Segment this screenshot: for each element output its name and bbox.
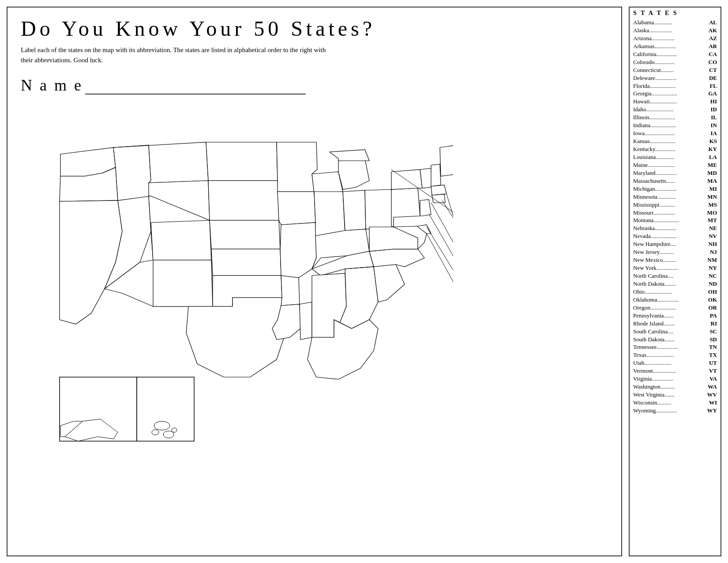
state-name-text: Massachusetts......	[633, 177, 707, 185]
state-abbr-text: NH	[707, 240, 717, 248]
state-list-item: North Dakota........ND	[633, 280, 717, 288]
state-abbr-text: NC	[707, 272, 717, 280]
state-abbr-text: VA	[707, 375, 717, 383]
state-name-text: Utah...................	[633, 359, 707, 367]
state-name-text: Texas...................	[633, 351, 707, 359]
state-list-item: Nebraska...............NE	[633, 224, 717, 232]
state-list-item: Alabama.............AL	[633, 19, 717, 26]
svg-point-10	[152, 430, 159, 435]
state-abbr-text: AZ	[707, 34, 717, 42]
state-list-item: Colorado..............CO	[633, 58, 717, 66]
state-list-item: Idaho...................ID	[633, 106, 717, 113]
state-list-item: Maryland...............MD	[633, 169, 717, 177]
state-list-item: Oklahoma...............OK	[633, 296, 717, 304]
state-nd	[206, 142, 278, 181]
state-abbr-text: ND	[707, 280, 717, 288]
state-list-item: Maine...................ME	[633, 161, 717, 169]
state-list-item: Georgia..................GA	[633, 90, 717, 98]
state-list-item: Michigan...............MI	[633, 185, 717, 193]
state-ia	[278, 192, 315, 225]
state-list-item: Montana..................MT	[633, 216, 717, 224]
state-list-item: Ohio...................OH	[633, 288, 717, 296]
state-name-text: Montana..................	[633, 216, 707, 224]
state-abbr-text: ME	[707, 161, 717, 169]
state-list-item: Illinois..................IL	[633, 113, 717, 121]
state-pa	[391, 188, 420, 227]
state-nj	[420, 200, 431, 216]
state-list-item: Arizona................AZ	[633, 34, 717, 42]
state-name-text: Vermont................	[633, 367, 707, 375]
state-sd	[208, 181, 279, 220]
state-list-item: Deleware...............DE	[633, 74, 717, 82]
name-underline[interactable]	[85, 81, 306, 94]
state-list-item: Texas...................TX	[633, 351, 717, 359]
state-name-text: Connecticut.........	[633, 66, 707, 74]
state-name-text: South Carolina....	[633, 328, 707, 336]
state-list-item: Missouri...............MO	[633, 209, 717, 217]
state-abbr-text: LA	[707, 153, 717, 161]
state-name-text: Maine...................	[633, 161, 707, 169]
state-ar	[281, 276, 300, 306]
state-abbr-text: SD	[707, 336, 717, 344]
state-abbr-text: WA	[707, 383, 717, 391]
state-vt	[420, 168, 432, 188]
state-list-item: Oregon..................OR	[633, 304, 717, 312]
state-abbr-text: OH	[707, 288, 717, 296]
state-ca	[60, 200, 122, 324]
state-list-item: Indiana..................IN	[633, 121, 717, 129]
state-abbr-text: NM	[707, 256, 717, 264]
state-name-text: Georgia..................	[633, 90, 707, 98]
state-list-item: Louisiana.............LA	[633, 153, 717, 161]
state-mi-upper	[330, 150, 369, 161]
state-abbr-text: TX	[707, 351, 717, 359]
state-name-text: Hawaii...................	[633, 98, 707, 106]
state-name-text: New Hampshire....	[633, 240, 707, 248]
state-list-item: North Carolina....NC	[633, 272, 717, 280]
state-name-text: Oklahoma...............	[633, 296, 707, 304]
main-panel: Do You Know Your 50 States? Label each o…	[7, 7, 622, 556]
state-mi-lower	[338, 159, 369, 189]
state-abbr-text: IN	[707, 121, 717, 129]
state-name-text: Minnesota.............	[633, 193, 707, 201]
state-list-item: Mississippi...........MS	[633, 201, 717, 209]
state-tx	[186, 298, 285, 377]
name-field: N a m e	[21, 76, 608, 94]
state-list-item: New Mexico.........NM	[633, 256, 717, 264]
sidebar-title: S T A T E S	[633, 10, 717, 17]
state-abbr-text: VT	[707, 367, 717, 375]
state-abbr-text: HI	[707, 98, 717, 106]
state-name-text: Rhode Island........	[633, 320, 707, 328]
state-list-item: Minnesota.............MN	[633, 193, 717, 201]
state-name-text: Washington..........	[633, 383, 707, 391]
us-map	[21, 103, 453, 448]
state-abbr-text: AL	[707, 19, 717, 26]
state-list-item: Florida..................FL	[633, 82, 717, 90]
state-oh	[365, 189, 394, 229]
state-abbr-text: TN	[707, 343, 717, 351]
state-name-text: Illinois..................	[633, 113, 707, 121]
states-list: Alabama.............ALAlaska............…	[633, 19, 717, 415]
state-list-item: Arkansas...............AR	[633, 42, 717, 50]
state-name-text: New York...............	[633, 264, 707, 272]
state-ct	[432, 194, 445, 203]
state-name-text: Alabama.............	[633, 19, 707, 26]
instructions-text: Label each of the states on the map with…	[21, 45, 330, 65]
state-abbr-text: IA	[707, 129, 717, 137]
state-list-item: Nevada..................NV	[633, 232, 717, 240]
state-list-item: New York...............NY	[633, 264, 717, 272]
state-name-text: Iowa.....................	[633, 129, 707, 137]
state-name-text: Arizona................	[633, 34, 707, 42]
state-il	[314, 192, 345, 236]
state-name-text: Michigan...............	[633, 185, 707, 193]
state-abbr-text: CT	[707, 66, 717, 74]
state-list-item: Washington..........WA	[633, 383, 717, 391]
state-abbr-text: KS	[707, 137, 717, 145]
state-list-item: Rhode Island........RI	[633, 320, 717, 328]
state-list-item: Vermont................VT	[633, 367, 717, 375]
state-abbr-text: OR	[707, 304, 717, 312]
state-abbr-text: WV	[707, 391, 717, 399]
state-ms	[300, 302, 312, 340]
state-ks	[211, 249, 281, 276]
state-abbr-text: MI	[707, 185, 717, 193]
state-name-text: New Mexico.........	[633, 256, 707, 264]
